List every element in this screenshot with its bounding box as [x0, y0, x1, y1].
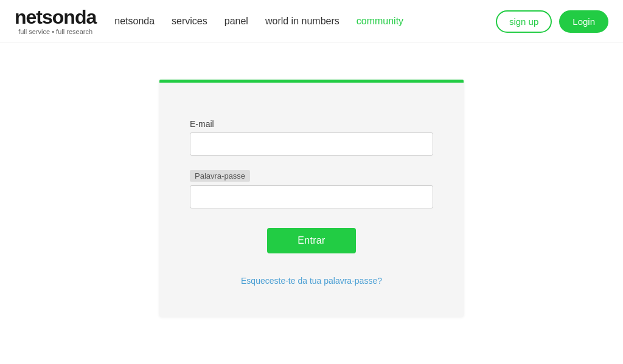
email-label: E-mail — [190, 119, 433, 129]
email-form-group: E-mail — [190, 119, 433, 156]
email-input[interactable] — [190, 132, 433, 156]
header: netsonda full service • full research ne… — [0, 0, 623, 43]
signup-button[interactable]: sign up — [496, 10, 552, 33]
forgot-password-link[interactable]: Esqueceste-te da tua palavra-passe? — [241, 276, 382, 286]
nav-item-community[interactable]: community — [357, 16, 403, 27]
logo[interactable]: netsonda full service • full research — [15, 7, 96, 35]
login-button[interactable]: Login — [559, 10, 608, 33]
password-form-group: Palavra-passe — [190, 170, 433, 208]
main-content: E-mail Palavra-passe Entrar Esqueceste-t… — [0, 43, 623, 353]
submit-button[interactable]: Entrar — [267, 228, 355, 253]
login-card: E-mail Palavra-passe Entrar Esqueceste-t… — [159, 80, 464, 317]
logo-tagline: full service • full research — [15, 28, 96, 35]
logo-text: netsonda — [15, 7, 96, 27]
nav-item-panel[interactable]: panel — [224, 16, 248, 27]
nav-buttons: sign up Login — [496, 10, 608, 33]
nav: netsonda services panel world in numbers… — [114, 16, 496, 27]
nav-item-netsonda[interactable]: netsonda — [114, 16, 155, 27]
nav-item-services[interactable]: services — [172, 16, 207, 27]
password-input[interactable] — [190, 185, 433, 208]
password-label-container: Palavra-passe — [190, 170, 433, 182]
password-label: Palavra-passe — [190, 170, 250, 182]
nav-item-world-in-numbers[interactable]: world in numbers — [265, 16, 339, 27]
